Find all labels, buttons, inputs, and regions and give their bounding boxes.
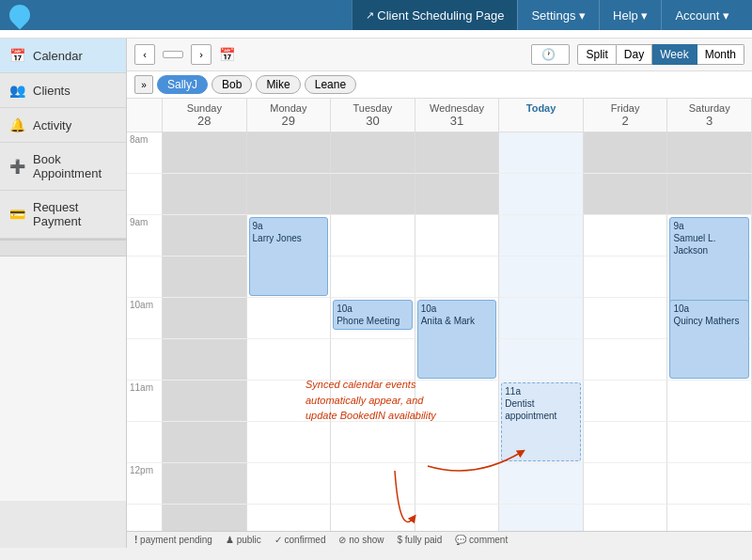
sidebar-item-book-appointment[interactable]: ➕ Book Appointment — [0, 143, 126, 191]
day-cell-6-3[interactable] — [415, 381, 500, 422]
day-cell-9-6[interactable] — [667, 505, 752, 531]
day-cell-4-1[interactable] — [247, 298, 332, 339]
day-cell-7-1[interactable] — [247, 422, 332, 463]
sidebar-item-calendar[interactable]: 📅 Calendar — [0, 39, 126, 73]
day-cell-1-6[interactable] — [667, 174, 752, 215]
day-cell-2-3[interactable] — [415, 215, 500, 257]
day-cell-1-0[interactable] — [163, 174, 247, 215]
header-monday: Monday 29 — [247, 99, 332, 132]
day-cell-0-2[interactable] — [331, 132, 415, 174]
day-cell-9-5[interactable] — [584, 505, 668, 531]
day-cell-3-4[interactable] — [499, 257, 584, 298]
day-cell-3-5[interactable] — [584, 257, 668, 298]
prev-button[interactable]: ‹ — [134, 44, 155, 65]
day-cell-5-4[interactable] — [499, 339, 584, 381]
day-cell-7-5[interactable] — [584, 422, 668, 463]
sidebar-item-request-payment[interactable]: 💳 Request Payment — [0, 191, 126, 239]
day-cell-1-3[interactable] — [415, 174, 500, 215]
day-cell-0-3[interactable] — [415, 132, 500, 174]
day-cell-0-4[interactable] — [499, 132, 584, 174]
day-cell-4-2[interactable]: 10a Phone Meeting — [331, 298, 415, 339]
day-cell-1-2[interactable] — [331, 174, 415, 215]
day-cell-1-1[interactable] — [247, 174, 332, 215]
time-label-9 — [127, 505, 163, 531]
settings-link[interactable]: Settings ▾ — [517, 0, 599, 30]
day-cell-9-1[interactable] — [247, 505, 332, 531]
day-cell-8-5[interactable] — [584, 463, 668, 505]
payment-pending-status: ! payment pending — [134, 535, 212, 545]
day-cell-0-6[interactable] — [667, 132, 752, 174]
status-bar: ! payment pending ♟ public ✓ confirmed ⊘… — [127, 531, 752, 548]
day-cell-3-3[interactable] — [415, 257, 500, 298]
event-6-4[interactable]: 10a Quincy Mathers — [669, 300, 749, 379]
day-cell-2-1[interactable]: 9a Larry Jones — [247, 215, 332, 257]
day-cell-2-5[interactable] — [584, 215, 668, 257]
day-cell-1-4[interactable] — [499, 174, 584, 215]
day-cell-9-3[interactable] — [415, 505, 500, 531]
day-cell-0-5[interactable] — [584, 132, 668, 174]
staff-tab-sallyj[interactable]: SallyJ — [157, 75, 208, 94]
dentist-event[interactable]: 11a Dentist appointment — [501, 382, 581, 461]
time-label-5 — [127, 339, 163, 381]
day-cell-6-4[interactable]: 11a Dentist appointment — [499, 381, 584, 422]
day-cell-7-2[interactable] — [331, 422, 415, 463]
day-cell-5-0[interactable] — [163, 339, 247, 381]
client-scheduling-link[interactable]: ↗ Client Scheduling Page — [352, 0, 517, 30]
day-cell-8-6[interactable] — [667, 463, 752, 505]
sidebar-item-clients[interactable]: 👥 Clients — [0, 73, 126, 108]
day-cell-2-4[interactable] — [499, 215, 584, 257]
staff-tab-bob[interactable]: Bob — [212, 75, 252, 94]
week-view-button[interactable]: Week — [652, 44, 697, 65]
next-button[interactable]: › — [191, 44, 212, 65]
day-cell-9-0[interactable] — [163, 505, 247, 531]
day-cell-4-3[interactable]: 10a Anita & Mark — [415, 298, 500, 339]
header-tuesday: Tuesday 30 — [331, 99, 415, 132]
day-cell-9-4[interactable] — [499, 505, 584, 531]
day-cell-5-5[interactable] — [584, 339, 668, 381]
day-view-button[interactable]: Day — [617, 44, 652, 65]
day-cell-6-1[interactable] — [247, 381, 332, 422]
day-cell-6-5[interactable] — [584, 381, 668, 422]
day-cell-7-6[interactable] — [667, 422, 752, 463]
day-cell-4-0[interactable] — [163, 298, 247, 339]
split-view-button[interactable]: Split — [577, 44, 616, 65]
day-cell-4-6[interactable]: 10a Quincy Mathers — [667, 298, 752, 339]
time-label-3 — [127, 257, 163, 298]
day-cell-6-0[interactable] — [163, 381, 247, 422]
day-cell-8-0[interactable] — [163, 463, 247, 505]
change-hours-button[interactable]: 🕐 — [531, 44, 570, 65]
event-1-2[interactable]: 9a Larry Jones — [249, 217, 329, 296]
day-cell-8-4[interactable] — [499, 463, 584, 505]
day-cell-3-2[interactable] — [331, 257, 415, 298]
day-cell-5-1[interactable] — [247, 339, 332, 381]
day-cell-1-5[interactable] — [584, 174, 668, 215]
day-cell-8-3[interactable] — [415, 463, 500, 505]
event-2-4[interactable]: 10a Phone Meeting — [333, 300, 413, 330]
sidebar-item-activity[interactable]: 🔔 Activity — [0, 108, 126, 143]
day-cell-7-0[interactable] — [163, 422, 247, 463]
day-cell-3-0[interactable] — [163, 257, 247, 298]
calendar-grid[interactable]: Sunday 28 Monday 29 Tuesday 30 Wednesday… — [127, 99, 752, 531]
day-cell-0-0[interactable] — [163, 132, 247, 174]
month-view-button[interactable]: Month — [697, 44, 744, 65]
day-cell-6-2[interactable] — [331, 381, 415, 422]
day-cell-8-1[interactable] — [247, 463, 332, 505]
day-cell-4-4[interactable] — [499, 298, 584, 339]
day-cell-0-1[interactable] — [247, 132, 332, 174]
day-cell-2-2[interactable] — [331, 215, 415, 257]
expand-tabs-button[interactable]: » — [134, 75, 153, 94]
day-cell-6-6[interactable] — [667, 381, 752, 422]
today-button[interactable] — [163, 51, 183, 58]
staff-tab-mike[interactable]: Mike — [256, 75, 300, 94]
account-link[interactable]: Account ▾ — [661, 0, 743, 30]
staff-tab-leane[interactable]: Leane — [305, 75, 356, 94]
help-link[interactable]: Help ▾ — [599, 0, 661, 30]
day-cell-2-0[interactable] — [163, 215, 247, 257]
day-cell-8-2[interactable] — [331, 463, 415, 505]
day-cell-2-6[interactable]: 9a Samuel L. Jackson — [667, 215, 752, 257]
day-cell-7-3[interactable] — [415, 422, 500, 463]
event-3-4[interactable]: 10a Anita & Mark — [417, 300, 497, 379]
day-cell-5-2[interactable] — [331, 339, 415, 381]
day-cell-4-5[interactable] — [584, 298, 668, 339]
day-cell-9-2[interactable] — [331, 505, 415, 531]
